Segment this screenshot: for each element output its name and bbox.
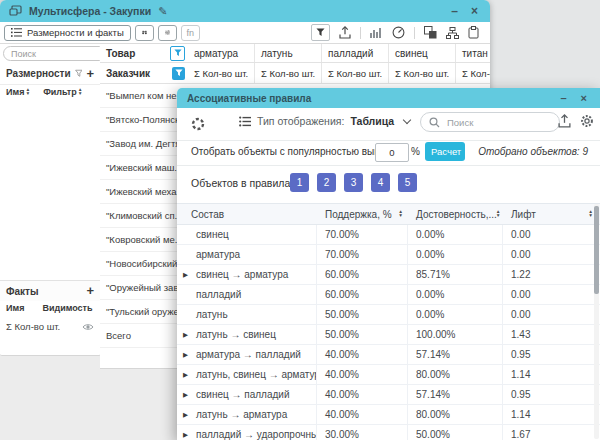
rule-row[interactable]: ▶ латунь, свинец → арматура 40.00% 80.00… [177, 365, 600, 385]
rule-confidence: 0.00% [408, 285, 503, 304]
sort-icon[interactable]: ▴▾ [26, 88, 29, 95]
expand-arrow-icon[interactable]: ▶ [183, 371, 188, 379]
dialog-scrollbar[interactable] [594, 204, 599, 439]
row-dimension-header[interactable]: Товар [100, 44, 188, 63]
rule-row[interactable]: ▶ свинец → палладий 40.00% 57.14% 0.95 [177, 385, 600, 405]
filter-tool-button[interactable] [311, 24, 330, 41]
expand-arrow-icon[interactable]: ▶ [183, 351, 188, 359]
edit-title-icon[interactable]: ✎ [158, 5, 167, 18]
expand-arrow-icon[interactable]: ▶ [183, 391, 188, 399]
rule-row[interactable]: ▶ латунь 50.00% 0.00% 0.00 [177, 305, 600, 325]
expand-arrow-icon[interactable]: ▶ [183, 411, 188, 419]
rule-lift: 1.67 [503, 425, 600, 440]
sort-icon[interactable]: ▴▾ [497, 210, 500, 217]
grid-row-label[interactable]: "Новосибирский... [100, 252, 188, 276]
paste-button[interactable] [468, 26, 479, 39]
dimensions-facts-button[interactable]: Размерности и факты [4, 25, 131, 41]
dialog-minimize-button[interactable]: – [557, 92, 569, 104]
scrollbar-thumb[interactable] [594, 206, 599, 294]
col-dimension-header[interactable]: Заказчик [100, 63, 188, 84]
popularity-input[interactable] [375, 143, 409, 162]
grid-row-label[interactable]: "Ковровский ме... [100, 228, 188, 252]
header-composition[interactable]: Состав [177, 209, 317, 220]
gauge-button[interactable] [392, 26, 405, 39]
expand-arrow-icon[interactable]: ▶ [183, 271, 188, 279]
measure-header[interactable]: Σ Кол-во шт. [188, 63, 255, 83]
rule-row[interactable]: ▶ свинец → арматура 60.00% 85.71% 1.22 [177, 265, 600, 285]
header-confidence[interactable]: Достоверность,... ▴▾ [408, 209, 503, 220]
rule-row[interactable]: ▶ арматура 70.00% 0.00% 0.00 [177, 245, 600, 265]
row-dimension-filter-button[interactable] [170, 46, 185, 61]
dialog-search-box[interactable] [420, 112, 560, 132]
dimensions-title: Размерности [6, 68, 71, 79]
grid-row-label[interactable]: "Климовский сп... [100, 204, 188, 228]
display-type-value: Таблица [350, 115, 394, 127]
grid-row-label[interactable]: "Ижевский меха... [100, 180, 188, 204]
rule-row[interactable]: ▶ арматура → палладий 40.00% 57.14% 0.95 [177, 345, 600, 365]
chart-button[interactable] [370, 27, 383, 38]
grid-row-label[interactable]: "Ижевский маш... [100, 156, 188, 180]
measure-header[interactable]: Σ Кол-во шт. [322, 63, 389, 83]
rule-name: арматура → палладий [196, 349, 301, 360]
expand-arrow-icon[interactable]: ▶ [183, 431, 188, 439]
copy-button[interactable] [424, 26, 437, 39]
fn-button[interactable]: fn [181, 25, 200, 41]
add-fact-button[interactable]: + [86, 285, 94, 297]
measure-header[interactable]: Σ Кол-во шт. [255, 63, 322, 83]
dialog-settings-button[interactable] [580, 114, 594, 128]
rule-row[interactable]: ▶ палладий → ударопрочный п... 30.00% 50… [177, 425, 600, 440]
minimize-button[interactable]: – [448, 5, 461, 17]
grid-row-label[interactable]: "Завод им. Дегтя... [100, 132, 188, 156]
expand-arrow-icon[interactable]: ▶ [183, 331, 188, 339]
rule-size-button[interactable]: 3 [344, 173, 363, 192]
dialog-title: Ассоциативные правила [187, 93, 311, 104]
refresh-spinner-icon[interactable] [191, 117, 205, 131]
grid-row-label[interactable]: "Вымпел ком не... [100, 84, 188, 108]
rule-row[interactable]: ▶ палладий 60.00% 0.00% 0.00 [177, 285, 600, 305]
sort-icon[interactable]: ▴▾ [79, 88, 82, 95]
settings-sliders-button[interactable] [158, 25, 177, 41]
add-dimension-button[interactable]: + [86, 68, 94, 80]
grid-row-label[interactable]: "Тульский оруже... [100, 300, 188, 324]
rule-lift: 0.95 [503, 345, 600, 364]
column-header[interactable]: арматура [188, 44, 255, 62]
close-button[interactable]: × [468, 5, 481, 17]
rule-size-button[interactable]: 5 [398, 173, 417, 192]
filter-funnel-icon[interactable] [75, 69, 83, 78]
column-header[interactable]: палладий [322, 44, 389, 62]
visibility-eye-icon[interactable] [82, 323, 94, 331]
hierarchy-button[interactable] [446, 27, 459, 39]
export-button[interactable] [339, 26, 351, 39]
header-lift[interactable]: Лифт ▴▾ [503, 209, 600, 220]
rule-confidence: 80.00% [408, 405, 503, 424]
header-support[interactable]: Поддержка, % ▴▾ [317, 209, 408, 220]
search-binoculars-button[interactable] [135, 25, 154, 41]
grid-row-label[interactable]: "Вятско-Полянск... [100, 108, 188, 132]
col-dimension-filter-button[interactable] [172, 67, 185, 80]
sort-icon[interactable]: ▴▾ [589, 210, 592, 217]
rule-row[interactable]: ▶ свинец 70.00% 0.00% 0.00 [177, 225, 600, 245]
measure-header[interactable]: Σ Кол-во шт. [389, 63, 456, 83]
rule-size-button[interactable]: 1 [290, 173, 309, 192]
column-header[interactable]: титан [456, 44, 490, 62]
dialog-export-button[interactable] [558, 114, 571, 128]
rule-size-button[interactable]: 4 [371, 173, 390, 192]
dims-filter-header: Фильтр [43, 87, 77, 97]
rule-row[interactable]: ▶ латунь → свинец 50.00% 100.00% 1.43 [177, 325, 600, 345]
dialog-search-input[interactable] [445, 116, 534, 129]
rule-size-button[interactable]: 2 [317, 173, 336, 192]
gear-icon [580, 114, 594, 128]
display-type-selector[interactable]: Тип отображения: Таблица [239, 115, 410, 127]
column-header[interactable]: латунь [255, 44, 322, 62]
dialog-close-button[interactable]: × [578, 92, 590, 104]
measure-header[interactable]: Σ Кол-во шт. [456, 63, 490, 83]
gauge-icon [392, 26, 405, 39]
calculate-button[interactable]: Расчет [425, 142, 465, 161]
rule-row[interactable]: ▶ латунь → арматура 40.00% 80.00% 1.14 [177, 405, 600, 425]
grid-row-label[interactable]: Всего [100, 324, 188, 348]
fact-row[interactable]: Σ Кол-во шт. [0, 317, 100, 336]
column-header[interactable]: свинец [389, 44, 456, 62]
grid-row-label[interactable]: "Оружейный зав... [100, 276, 188, 300]
dimensions-search-input[interactable] [3, 46, 107, 61]
sort-icon[interactable]: ▴▾ [399, 210, 402, 217]
